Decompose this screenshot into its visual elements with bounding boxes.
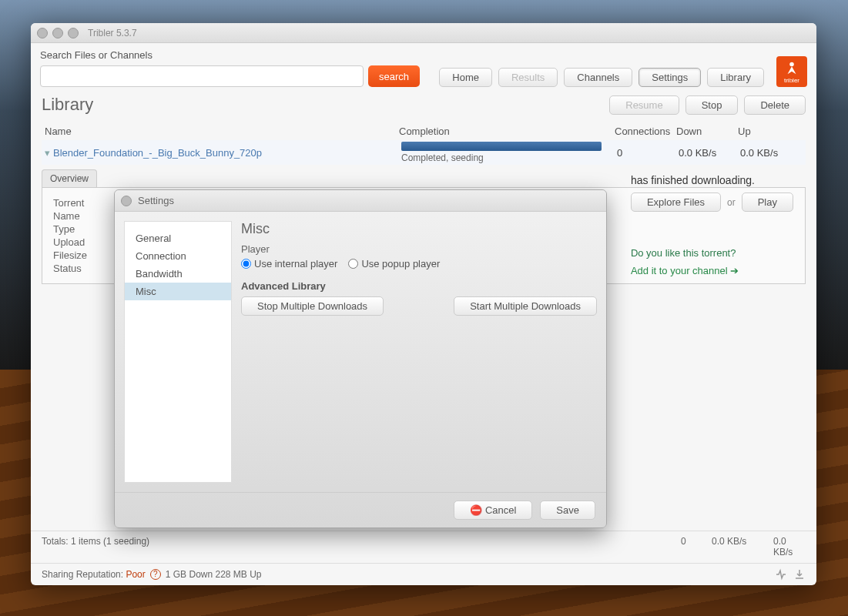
player-group-label: Player <box>241 243 597 255</box>
detail-filesize: Filesize <box>53 249 115 261</box>
detail-tab-overview[interactable]: Overview <box>42 169 97 187</box>
stop-button[interactable]: Stop <box>685 95 739 115</box>
progress-bar <box>401 142 602 151</box>
resume-button: Resume <box>609 95 679 115</box>
reputation-label: Sharing Reputation: <box>42 569 123 580</box>
like-question: Do you like this torrent? <box>631 247 736 259</box>
save-button[interactable]: Save <box>540 500 595 520</box>
row-down: 0.0 KB/s <box>679 147 740 159</box>
detail-name: Name <box>53 210 115 222</box>
detail-type: Type <box>53 223 115 235</box>
search-button[interactable]: search <box>368 65 420 87</box>
window-close-button[interactable] <box>37 28 48 38</box>
col-connections[interactable]: Connections <box>615 126 676 137</box>
window-minimize-button[interactable] <box>52 28 63 38</box>
share-channel-link[interactable]: Add it to your channel ➔ <box>631 265 739 276</box>
activity-icon[interactable] <box>775 568 787 581</box>
col-down[interactable]: Down <box>676 126 738 137</box>
nav-home[interactable]: Home <box>439 68 492 87</box>
nav-library[interactable]: Library <box>707 68 764 87</box>
totals-bar: Totals: 1 items (1 seeding) 0 0.0 KB/s 0… <box>31 531 816 562</box>
totals-up: 0.0 KB/s <box>773 536 806 557</box>
nav-channels[interactable]: Channels <box>564 68 632 87</box>
dialog-title: Settings <box>138 195 174 206</box>
row-up: 0.0 KB/s <box>740 147 803 159</box>
status-bar: Sharing Reputation: Poor ? 1 GB Down 228… <box>31 563 816 585</box>
app-logo: tribler <box>776 56 807 87</box>
radio-popup-input[interactable] <box>348 259 358 269</box>
delete-button[interactable]: Delete <box>744 95 806 115</box>
explore-files-button[interactable]: Explore Files <box>631 192 721 212</box>
totals-down: 0.0 KB/s <box>712 536 773 557</box>
nav-results: Results <box>498 68 558 87</box>
stop-multiple-button[interactable]: Stop Multiple Downloads <box>241 296 384 316</box>
downloads-icon[interactable] <box>793 568 806 581</box>
totals-conn: 0 <box>681 536 712 557</box>
window-maximize-button[interactable] <box>68 28 79 38</box>
row-name: Blender_Foundation_-_Big_Buck_Bunny_720p <box>53 147 401 159</box>
table-row[interactable]: ▾ Blender_Foundation_-_Big_Buck_Bunny_72… <box>42 140 806 165</box>
col-completion[interactable]: Completion <box>399 126 615 137</box>
radio-internal[interactable]: Use internal player <box>241 258 337 270</box>
col-up[interactable]: Up <box>738 126 803 137</box>
dialog-close-button[interactable] <box>121 196 132 206</box>
detail-status: Status <box>53 263 115 274</box>
search-label: Search Files or Channels <box>40 49 431 61</box>
radio-internal-input[interactable] <box>241 259 251 269</box>
window-title: Tribler 5.3.7 <box>88 28 137 38</box>
or-label: or <box>727 197 736 208</box>
settings-sidebar: General Connection Bandwidth Misc <box>124 221 232 483</box>
traffic-text: 1 GB Down 228 MB Up <box>166 569 262 580</box>
cat-misc[interactable]: Misc <box>125 283 231 300</box>
titlebar: Tribler 5.3.7 <box>31 23 816 43</box>
col-name[interactable]: Name <box>45 126 399 137</box>
chevron-down-icon[interactable]: ▾ <box>45 147 50 159</box>
row-status: Completed, seeding <box>401 152 617 163</box>
finished-message: has finished downloading. <box>631 174 755 186</box>
cancel-icon: ⛔ <box>470 504 482 516</box>
detail-upload: Upload <box>53 236 115 248</box>
cat-bandwidth[interactable]: Bandwidth <box>125 265 231 283</box>
totals-text: Totals: 1 items (1 seeding) <box>42 536 681 557</box>
advanced-library-label: Advanced Library <box>241 280 597 292</box>
logo-label: tribler <box>784 77 799 84</box>
settings-heading: Misc <box>241 221 597 237</box>
tribler-icon <box>783 60 800 77</box>
search-input[interactable] <box>40 65 364 87</box>
library-title: Library <box>42 95 609 115</box>
main-window: Tribler 5.3.7 Search Files or Channels s… <box>31 23 816 585</box>
cat-general[interactable]: General <box>125 229 231 247</box>
svg-point-0 <box>789 62 794 66</box>
row-connections: 0 <box>617 147 679 159</box>
start-multiple-button[interactable]: Start Multiple Downloads <box>454 296 597 316</box>
cancel-button[interactable]: ⛔Cancel <box>454 500 532 520</box>
radio-popup[interactable]: Use popup player <box>348 258 440 270</box>
cat-connection[interactable]: Connection <box>125 247 231 265</box>
help-icon[interactable]: ? <box>150 569 161 580</box>
reputation-value: Poor <box>126 569 145 580</box>
nav-settings[interactable]: Settings <box>639 68 701 87</box>
settings-dialog: Settings General Connection Bandwidth Mi… <box>114 189 607 528</box>
detail-torrent: Torrent <box>53 197 115 209</box>
play-button[interactable]: Play <box>742 192 793 212</box>
